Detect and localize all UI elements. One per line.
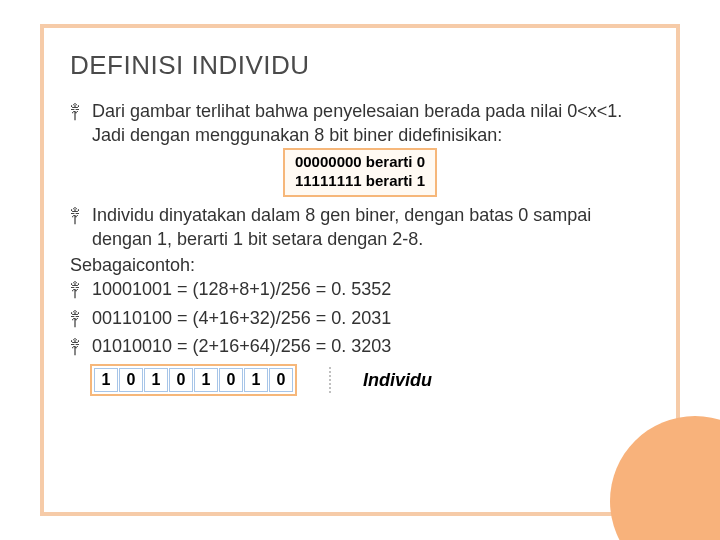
bullet-text: Dari gambar terlihat bahwa penyelesaian … xyxy=(92,99,650,148)
bullet-icon: ༒ xyxy=(70,203,92,229)
bit-cells: 1 0 1 0 1 0 1 0 xyxy=(90,364,297,396)
example-1: ༒ 10001001 = (128+8+1)/256 = 0. 5352 xyxy=(70,277,650,303)
bit-cell: 0 xyxy=(119,368,143,392)
bullet-text: Individu dinyatakan dalam 8 gen biner, d… xyxy=(92,203,650,252)
bit-cell: 1 xyxy=(194,368,218,392)
example-text: 01010010 = (2+16+64)/256 = 0. 3203 xyxy=(92,334,650,358)
bullet-item-1: ༒ Dari gambar terlihat bahwa penyelesaia… xyxy=(70,99,650,148)
slide-frame: DEFINISI INDIVIDU ༒ Dari gambar terlihat… xyxy=(40,24,680,516)
bit-cell: 1 xyxy=(94,368,118,392)
contoh-label: Sebagaicontoh: xyxy=(70,253,650,277)
example-2: ༒ 00110100 = (4+16+32)/256 = 0. 2031 xyxy=(70,306,650,332)
binary-definition-box: 00000000 berarti 0 11111111 berarti 1 xyxy=(283,148,437,197)
binary-definition-box-wrap: 00000000 berarti 0 11111111 berarti 1 xyxy=(70,148,650,197)
example-text: 10001001 = (128+8+1)/256 = 0. 5352 xyxy=(92,277,650,301)
bit-cell: 0 xyxy=(269,368,293,392)
bullet-item-2: ༒ Individu dinyatakan dalam 8 gen biner,… xyxy=(70,203,650,252)
dashed-separator xyxy=(329,367,331,393)
bit-cell: 1 xyxy=(144,368,168,392)
bit-cell: 0 xyxy=(219,368,243,392)
binary-line-1: 00000000 berarti 0 xyxy=(295,152,425,172)
individu-label: Individu xyxy=(363,370,432,391)
example-3: ༒ 01010010 = (2+16+64)/256 = 0. 3203 xyxy=(70,334,650,360)
bullet-icon: ༒ xyxy=(70,277,92,303)
bullet-icon: ༒ xyxy=(70,334,92,360)
individu-row: 1 0 1 0 1 0 1 0 Individu xyxy=(90,364,650,396)
bullet-icon: ༒ xyxy=(70,306,92,332)
bit-cell: 0 xyxy=(169,368,193,392)
bullet-icon: ༒ xyxy=(70,99,92,125)
page-title: DEFINISI INDIVIDU xyxy=(70,50,650,81)
binary-line-2: 11111111 berarti 1 xyxy=(295,171,425,191)
bit-cell: 1 xyxy=(244,368,268,392)
example-text: 00110100 = (4+16+32)/256 = 0. 2031 xyxy=(92,306,650,330)
